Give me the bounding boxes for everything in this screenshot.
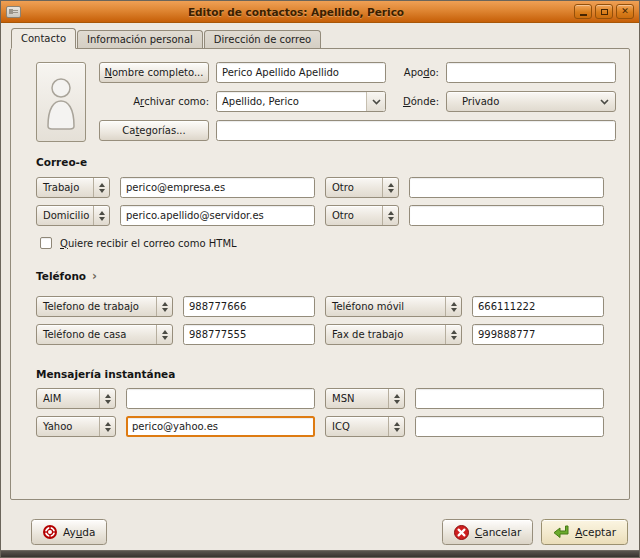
expander-icon[interactable]: › xyxy=(92,270,97,282)
im-rows: AIM MSN Yahoo ICQ xyxy=(36,388,604,437)
phone-type-combo[interactable]: Telefono de trabajo xyxy=(36,296,173,317)
im-input-msn[interactable] xyxy=(415,388,604,409)
titlebar[interactable]: Editor de contactos: Apellido, Perico ✕ xyxy=(1,1,639,23)
nickname-input[interactable] xyxy=(446,62,616,83)
email-rows: Trabajo Otro Domicilio Otro xyxy=(36,177,604,226)
spinner-arrows-icon xyxy=(99,389,115,408)
im-input-aim[interactable] xyxy=(126,388,315,409)
categories-input[interactable] xyxy=(216,120,616,141)
full-name-button-label: Nombre completo... xyxy=(105,67,204,78)
file-as-label: Archivar como: xyxy=(99,91,209,112)
window-title: Editor de contactos: Apellido, Perico xyxy=(21,6,571,18)
where-label: Dónde: xyxy=(393,91,439,112)
spinner-arrows-icon xyxy=(93,178,109,197)
accept-button[interactable]: Aceptar xyxy=(541,519,628,545)
phone-input[interactable] xyxy=(472,296,604,317)
contact-editor-window: Editor de contactos: Apellido, Perico ✕ … xyxy=(0,0,640,558)
spinner-arrows-icon xyxy=(93,206,109,225)
close-button[interactable]: ✕ xyxy=(616,4,634,19)
help-button[interactable]: Ayuda xyxy=(31,519,107,545)
help-lifebuoy-icon xyxy=(43,525,57,539)
html-mail-checkbox[interactable] xyxy=(40,237,52,249)
im-type-combo[interactable]: MSN xyxy=(325,388,405,409)
person-silhouette-icon xyxy=(44,74,78,130)
email-type-combo[interactable]: Otro xyxy=(325,205,399,226)
im-input-yahoo[interactable] xyxy=(126,416,315,437)
avatar-button[interactable] xyxy=(36,62,86,142)
phone-type-combo[interactable]: Teléfono móvil xyxy=(325,296,462,317)
spinner-arrows-icon xyxy=(382,206,398,225)
help-button-label: Ayuda xyxy=(63,526,95,538)
im-type-combo[interactable]: AIM xyxy=(36,388,116,409)
spinner-arrows-icon xyxy=(388,389,404,408)
phone-section-title: Teléfono › xyxy=(36,270,616,282)
full-name-input[interactable] xyxy=(216,62,386,83)
spinner-arrows-icon xyxy=(156,297,172,316)
im-type-combo[interactable]: ICQ xyxy=(325,416,405,437)
categories-button-label: Categorías... xyxy=(122,125,185,136)
contact-tab-page: Nombre completo... Apodo: Archivar como:… xyxy=(10,48,630,500)
email-input[interactable] xyxy=(120,205,315,226)
minimize-button[interactable] xyxy=(574,4,592,19)
email-type-combo[interactable]: Trabajo xyxy=(36,177,110,198)
phone-type-combo[interactable]: Teléfono de casa xyxy=(36,324,173,345)
phone-input[interactable] xyxy=(183,296,315,317)
spinner-arrows-icon xyxy=(382,178,398,197)
tab-informacion-personal[interactable]: Información personal xyxy=(77,30,203,48)
spinner-arrows-icon xyxy=(388,417,404,436)
chevron-down-icon[interactable] xyxy=(366,92,385,111)
phone-input[interactable] xyxy=(183,324,315,345)
phone-type-combo[interactable]: Fax de trabajo xyxy=(325,324,462,345)
close-icon: ✕ xyxy=(621,7,629,16)
email-input[interactable] xyxy=(409,205,604,226)
dialog-footer: Ayuda Cancelar Aceptar xyxy=(1,500,639,545)
full-name-button[interactable]: Nombre completo... xyxy=(99,62,209,83)
spinner-arrows-icon xyxy=(156,325,172,344)
tab-direccion-de-correo[interactable]: Dirección de correo xyxy=(204,30,321,48)
maximize-icon xyxy=(601,9,608,15)
file-as-combo[interactable]: Apellido, Perico xyxy=(216,91,386,112)
im-section-title: Mensajería instantánea xyxy=(36,368,616,380)
tab-contacto[interactable]: Contacto xyxy=(11,28,76,49)
cancel-button-label: Cancelar xyxy=(475,526,521,538)
html-mail-checkbox-label: Quiere recibir el correo como HTML xyxy=(60,238,237,249)
email-type-combo[interactable]: Domicilio xyxy=(36,205,110,226)
email-input[interactable] xyxy=(409,177,604,198)
spinner-arrows-icon xyxy=(99,417,115,436)
maximize-button[interactable] xyxy=(595,4,613,19)
cancel-red-x-icon xyxy=(454,525,469,540)
html-mail-checkrow: Quiere recibir el correo como HTML xyxy=(40,237,616,249)
contact-card-icon xyxy=(6,6,21,18)
accept-green-enter-arrow-icon xyxy=(553,525,569,539)
email-section-title: Correo-e xyxy=(36,156,616,168)
spinner-arrows-icon xyxy=(445,325,461,344)
minimize-icon xyxy=(580,14,587,16)
identity-block: Nombre completo... Apodo: Archivar como:… xyxy=(36,62,616,142)
phone-rows: Telefono de trabajo Teléfono móvil Teléf… xyxy=(36,296,604,345)
file-as-value: Apellido, Perico xyxy=(217,92,366,111)
where-combo[interactable]: Privado xyxy=(446,91,616,112)
email-input[interactable] xyxy=(120,177,315,198)
categories-button[interactable]: Categorías... xyxy=(99,120,209,141)
chevron-down-icon xyxy=(593,92,615,111)
nickname-label: Apodo: xyxy=(393,62,439,83)
spinner-arrows-icon xyxy=(445,297,461,316)
cancel-button[interactable]: Cancelar xyxy=(442,519,533,545)
where-value: Privado xyxy=(447,92,593,111)
im-type-combo[interactable]: Yahoo xyxy=(36,416,116,437)
identity-grid: Nombre completo... Apodo: Archivar como:… xyxy=(99,62,616,142)
tab-bar: Contacto Información personal Dirección … xyxy=(1,23,639,48)
email-type-combo[interactable]: Otro xyxy=(325,177,399,198)
im-input-icq[interactable] xyxy=(415,416,604,437)
phone-input[interactable] xyxy=(472,324,604,345)
window-bottom-border xyxy=(1,550,639,557)
accept-button-label: Aceptar xyxy=(575,526,616,538)
